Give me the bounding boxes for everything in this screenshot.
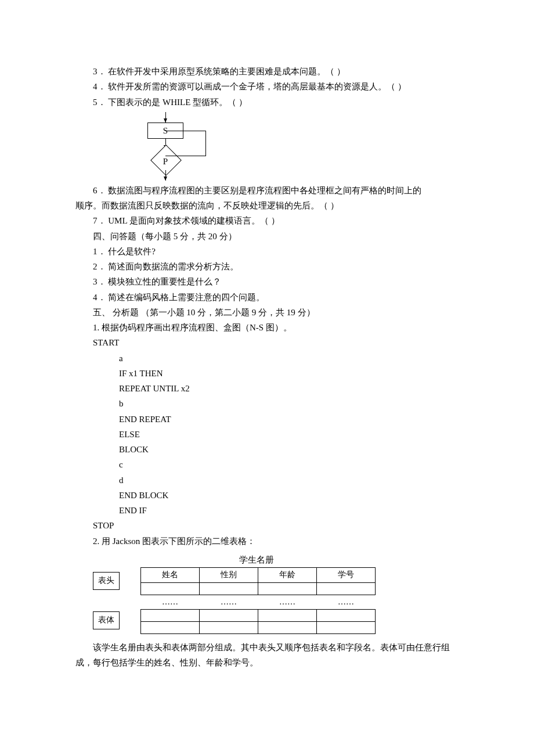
- question-6-line1: 6． 数据流图与程序流程图的主要区别是程序流程图中各处理框之间有严格的时间上的: [75, 183, 459, 198]
- code-line: STOP: [75, 518, 459, 533]
- code-line: REPEAT UNTIL x2: [75, 381, 459, 396]
- code-line: BLOCK: [75, 442, 459, 457]
- table-row: [141, 622, 376, 634]
- s4-q2: 2． 简述面向数据流的需求分析方法。: [75, 259, 459, 274]
- code-line: END IF: [75, 503, 459, 518]
- col-name: 姓名: [141, 568, 200, 583]
- question-5: 5． 下图表示的是 WHILE 型循环。（ ）: [75, 95, 459, 110]
- roster-figure: 学生名册 表头 表体 姓名 性别 年龄 学号 …… …… …… ……: [93, 552, 459, 634]
- code-line: b: [75, 396, 459, 411]
- s4-q1: 1． 什么是软件?: [75, 244, 459, 259]
- col-age: 年龄: [258, 568, 317, 583]
- col-id: 学号: [317, 568, 376, 583]
- question-6-line2: 顺序。而数据流图只反映数据的流向，不反映处理逻辑的先后。（ ）: [75, 198, 459, 213]
- code-line: END REPEAT: [75, 412, 459, 427]
- document-page: 3． 在软件开发中采用原型系统策略的主要困难是成本问题。（ ） 4． 软件开发所…: [0, 0, 534, 756]
- roster-title: 学生名册: [140, 552, 373, 567]
- roster-table: 姓名 性别 年龄 学号 …… …… …… ……: [140, 567, 376, 634]
- code-line: a: [75, 351, 459, 366]
- s4-q3: 3． 模块独立性的重要性是什么？: [75, 274, 459, 289]
- code-line: START: [75, 335, 459, 350]
- flowchart-while-loop: S P: [119, 110, 212, 183]
- s5-q1: 1. 根据伪码程序画出程序流程图、盒图（N-S 图）。: [75, 320, 459, 335]
- flowchart-loop-line: [205, 131, 206, 156]
- s5-q2: 2. 用 Jackson 图表示下图所示的二维表格：: [75, 534, 459, 549]
- code-line: ELSE: [75, 427, 459, 442]
- table-row: [141, 610, 376, 622]
- question-7: 7． UML 是面向对象技术领域的建模语言。（ ）: [75, 213, 459, 228]
- roster-header-label: 表头: [93, 572, 120, 590]
- s4-q4: 4． 简述在编码风格上需要注意的四个问题。: [75, 290, 459, 305]
- code-line: END BLOCK: [75, 488, 459, 503]
- code-line: d: [75, 473, 459, 488]
- table-row-ellipsis: …… …… …… ……: [141, 595, 376, 610]
- roster-description: 该学生名册由表头和表体两部分组成。其中表头又顺序包括表名和字段名。表体可由任意行…: [75, 640, 459, 671]
- code-line: c: [75, 457, 459, 472]
- roster-body-label: 表体: [93, 611, 120, 629]
- code-line: IF x1 THEN: [75, 366, 459, 381]
- section-5-heading: 五、 分析题 （第一小题 10 分，第二小题 9 分，共 19 分）: [75, 305, 459, 320]
- section-4-heading: 四、问答题（每小题 5 分，共 20 分）: [75, 229, 459, 244]
- table-row: 姓名 性别 年龄 学号: [141, 568, 376, 583]
- flowchart-decision: P: [148, 149, 183, 170]
- question-3: 3． 在软件开发中采用原型系统策略的主要困难是成本问题。（ ）: [75, 64, 459, 79]
- col-gender: 性别: [200, 568, 258, 583]
- question-4: 4． 软件开发所需的资源可以画成一个金子塔，塔的高层最基本的资源是人。（ ）: [75, 79, 459, 94]
- table-row: [141, 582, 376, 595]
